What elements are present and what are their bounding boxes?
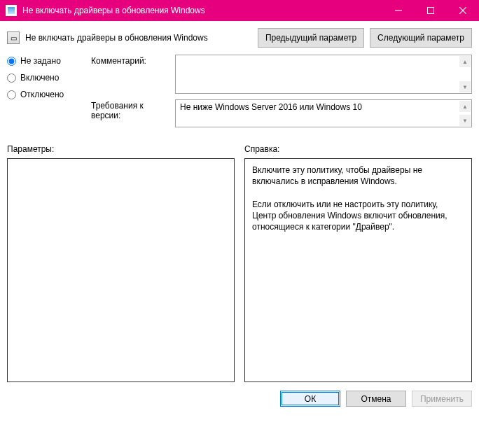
help-box: Включите эту политику, чтобы драйверы не… xyxy=(244,158,472,382)
scroll-down-icon[interactable]: ▼ xyxy=(459,115,471,126)
cancel-button[interactable]: Отмена xyxy=(346,391,406,407)
radio-not-configured-input[interactable] xyxy=(7,57,16,66)
supported-value: Не ниже Windows Server 2016 или Windows … xyxy=(180,102,362,112)
supported-field: Не ниже Windows Server 2016 или Windows … xyxy=(175,99,472,127)
radio-disabled[interactable]: Отключено xyxy=(7,90,91,99)
comment-field[interactable]: ▲ ▼ xyxy=(175,55,472,94)
close-button[interactable] xyxy=(447,0,479,21)
window-controls xyxy=(382,0,479,21)
supported-label: Требования к версии: xyxy=(91,99,175,127)
state-radio-group: Не задано Включено Отключено xyxy=(7,55,91,99)
help-text: Включите эту политику, чтобы драйверы не… xyxy=(252,165,450,232)
radio-not-configured-label: Не задано xyxy=(20,56,61,66)
dialog-footer: ОК Отмена Применить xyxy=(0,382,479,414)
radio-not-configured[interactable]: Не задано xyxy=(7,56,91,66)
maximize-button[interactable] xyxy=(415,0,447,21)
apply-button[interactable]: Применить xyxy=(412,391,472,407)
radio-enabled[interactable]: Включено xyxy=(7,73,91,83)
window-icon xyxy=(6,5,17,16)
previous-setting-button[interactable]: Предыдущий параметр xyxy=(258,28,364,48)
radio-enabled-input[interactable] xyxy=(7,74,16,83)
options-label: Параметры: xyxy=(7,144,235,154)
ok-button[interactable]: ОК xyxy=(280,391,340,407)
scroll-up-icon[interactable]: ▲ xyxy=(459,101,471,112)
radio-disabled-input[interactable] xyxy=(7,90,16,99)
help-label: Справка: xyxy=(244,144,472,154)
options-box xyxy=(7,158,235,382)
policy-title: Не включать драйверы в обновления Window… xyxy=(25,33,252,43)
titlebar: Не включать драйверы в обновления Window… xyxy=(0,0,479,21)
next-setting-button[interactable]: Следующий параметр xyxy=(370,28,472,48)
svg-rect-1 xyxy=(428,8,434,14)
radio-enabled-label: Включено xyxy=(20,73,59,83)
window-title: Не включать драйверы в обновления Window… xyxy=(22,6,382,15)
comment-label: Комментарий: xyxy=(91,55,175,94)
radio-disabled-label: Отключено xyxy=(20,90,64,99)
policy-icon: ▭ xyxy=(7,31,20,44)
minimize-button[interactable] xyxy=(382,0,415,21)
scroll-up-icon[interactable]: ▲ xyxy=(459,56,471,67)
scroll-down-icon[interactable]: ▼ xyxy=(459,81,471,92)
